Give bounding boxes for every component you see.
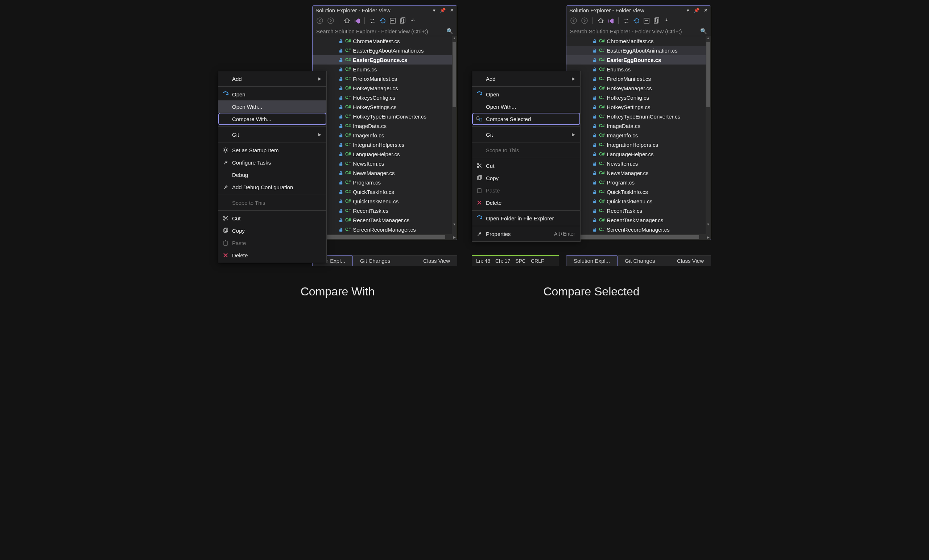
vs-icon[interactable] (354, 17, 360, 24)
file-row[interactable]: C#RecentTaskManager.cs (313, 215, 457, 225)
status-char[interactable]: Ch: 17 (495, 258, 510, 264)
menu-copy[interactable]: Copy (218, 224, 327, 237)
nav-fwd-icon[interactable] (327, 17, 334, 24)
file-row[interactable]: C#NewsManager.cs (313, 168, 457, 177)
close-icon[interactable]: ✕ (704, 8, 708, 13)
file-row[interactable]: C#EasterEggBounce.cs (566, 55, 711, 64)
nav-back-icon[interactable] (570, 17, 577, 24)
file-row[interactable]: C#HotkeySettings.cs (566, 102, 711, 112)
tab-git-changes[interactable]: Git Changes (353, 255, 397, 266)
file-row[interactable]: C#FirefoxManifest.cs (566, 74, 711, 83)
collapse-icon[interactable] (389, 17, 396, 24)
panel-titlebar[interactable]: Solution Explorer - Folder View ▾ 📌 ✕ (566, 6, 711, 15)
menu-add-debug-config[interactable]: Add Debug Configuration (218, 181, 327, 193)
file-row[interactable]: C#ScreenRecordManager.cs (313, 225, 457, 234)
file-row[interactable]: C#NewsManager.cs (566, 168, 711, 177)
vertical-scrollbar[interactable]: ▲ ▼ (452, 36, 457, 234)
status-indent[interactable]: SPC (515, 258, 526, 264)
menu-add[interactable]: Add ▶ (218, 72, 327, 85)
refresh-icon[interactable] (633, 17, 640, 24)
menu-add[interactable]: Add ▶ (472, 72, 580, 85)
horizontal-scrollbar[interactable]: ◀▶ (566, 234, 711, 240)
file-row[interactable]: C#RecentTaskManager.cs (566, 215, 711, 225)
panel-titlebar[interactable]: Solution Explorer - Folder View ▾ 📌 ✕ (313, 6, 457, 15)
pin-icon[interactable]: 📌 (694, 8, 699, 13)
menu-open-folder[interactable]: Open Folder in File Explorer (472, 212, 580, 224)
nav-fwd-icon[interactable] (581, 17, 588, 24)
menu-paste[interactable]: Paste (472, 184, 580, 196)
home-icon[interactable] (343, 17, 350, 24)
file-row[interactable]: C#QuickTaskInfo.cs (566, 187, 711, 196)
refresh-icon[interactable] (379, 17, 386, 24)
dropdown-icon[interactable]: ▾ (433, 8, 435, 13)
menu-paste[interactable]: Paste (218, 237, 327, 249)
file-row[interactable]: C#Program.cs (566, 177, 711, 187)
menu-open-with[interactable]: Open With... (472, 100, 580, 113)
menu-git[interactable]: Git ▶ (472, 128, 580, 141)
file-row[interactable]: C#ImageData.cs (313, 121, 457, 130)
file-row[interactable]: C#IntegrationHelpers.cs (566, 140, 711, 149)
file-row[interactable]: C#RecentTask.cs (313, 206, 457, 215)
menu-cut[interactable]: Cut (218, 212, 327, 224)
menu-debug[interactable]: Debug (218, 168, 327, 181)
search-input[interactable]: Search Solution Explorer - Folder View (… (313, 26, 457, 36)
close-icon[interactable]: ✕ (450, 8, 454, 13)
file-row[interactable]: C#NewsItem.cs (313, 159, 457, 168)
file-row[interactable]: C#ImageInfo.cs (566, 130, 711, 140)
collapse-icon[interactable] (643, 17, 650, 24)
horizontal-scrollbar[interactable]: ◀▶ (313, 234, 457, 240)
file-row[interactable]: C#HotkeysConfig.cs (566, 93, 711, 102)
dropdown-icon[interactable]: ▾ (687, 8, 689, 13)
file-tree[interactable]: C#ChromeManifest.csC#EasterEggAboutAnima… (566, 36, 711, 234)
file-row[interactable]: C#HotkeysConfig.cs (313, 93, 457, 102)
menu-delete[interactable]: Delete (472, 196, 580, 209)
menu-delete[interactable]: Delete (218, 249, 327, 261)
menu-compare-selected[interactable]: Compare Selected (472, 113, 580, 125)
file-row[interactable]: C#ImageData.cs (566, 121, 711, 130)
status-eol[interactable]: CRLF (531, 258, 544, 264)
file-row[interactable]: C#EasterEggBounce.cs (313, 55, 457, 64)
search-icon[interactable]: 🔍 (700, 28, 707, 34)
file-row[interactable]: C#EasterEggAboutAnimation.cs (566, 46, 711, 55)
file-row[interactable]: C#RecentTask.cs (566, 206, 711, 215)
file-row[interactable]: C#IntegrationHelpers.cs (313, 140, 457, 149)
switch-view-icon[interactable] (623, 17, 630, 24)
show-files-icon[interactable] (653, 17, 660, 24)
menu-open[interactable]: Open (472, 88, 580, 100)
file-row[interactable]: C#NewsItem.cs (566, 159, 711, 168)
file-row[interactable]: C#Enums.cs (313, 64, 457, 74)
search-input[interactable]: Search Solution Explorer - Folder View (… (566, 26, 711, 36)
file-row[interactable]: C#HotkeyManager.cs (313, 83, 457, 93)
file-row[interactable]: C#ScreenRecordManager.cs (566, 225, 711, 234)
file-row[interactable]: C#Program.cs (313, 177, 457, 187)
status-line[interactable]: Ln: 48 (476, 258, 490, 264)
tab-class-view[interactable]: Class View (416, 255, 457, 266)
tab-git-changes[interactable]: Git Changes (618, 255, 662, 266)
file-row[interactable]: C#HotkeyManager.cs (566, 83, 711, 93)
menu-scope[interactable]: Scope to This (472, 144, 580, 156)
file-row[interactable]: C#HotkeySettings.cs (313, 102, 457, 112)
menu-properties[interactable]: Properties Alt+Enter (472, 228, 580, 240)
menu-cut[interactable]: Cut (472, 159, 580, 172)
file-row[interactable]: C#HotkeyTypeEnumConverter.cs (313, 112, 457, 121)
file-row[interactable]: C#LanguageHelper.cs (566, 149, 711, 159)
menu-open-with[interactable]: Open With... (218, 100, 327, 113)
file-row[interactable]: C#LanguageHelper.cs (313, 149, 457, 159)
file-row[interactable]: C#ChromeManifest.cs (566, 36, 711, 46)
menu-compare-with[interactable]: Compare With... (218, 113, 327, 125)
show-files-icon[interactable] (400, 17, 406, 24)
file-row[interactable]: C#ChromeManifest.cs (313, 36, 457, 46)
tab-class-view[interactable]: Class View (670, 255, 711, 266)
file-tree[interactable]: C#ChromeManifest.csC#EasterEggAboutAnima… (313, 36, 457, 234)
tab-solution-explorer[interactable]: Solution Expl... (566, 255, 618, 266)
menu-configure-tasks[interactable]: Configure Tasks (218, 156, 327, 168)
menu-copy[interactable]: Copy (472, 172, 580, 184)
vs-icon[interactable] (607, 17, 614, 24)
file-row[interactable]: C#FirefoxManifest.cs (313, 74, 457, 83)
menu-scope[interactable]: Scope to This (218, 196, 327, 209)
more-icon[interactable] (664, 17, 670, 24)
switch-view-icon[interactable] (369, 17, 376, 24)
home-icon[interactable] (597, 17, 604, 24)
file-row[interactable]: C#QuickTaskMenu.cs (566, 196, 711, 206)
file-row[interactable]: C#QuickTaskMenu.cs (313, 196, 457, 206)
